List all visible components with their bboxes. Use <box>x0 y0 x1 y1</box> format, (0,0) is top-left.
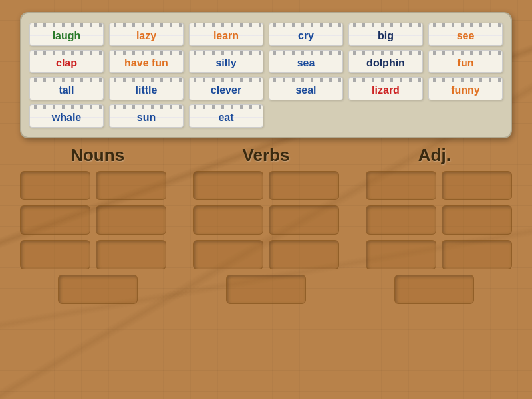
word-card-learn[interactable]: learn <box>189 23 263 46</box>
verbs-row-1 <box>193 171 339 200</box>
word-card-whale[interactable]: whale <box>29 104 104 128</box>
verbs-slot-bottom[interactable] <box>226 275 306 304</box>
adj-row-1 <box>366 171 512 200</box>
word-card-fun[interactable]: fun <box>428 50 503 73</box>
nouns-slot-1-2[interactable] <box>96 171 166 200</box>
word-card-seal[interactable]: seal <box>269 77 343 100</box>
nouns-row-1 <box>20 171 166 200</box>
last-row <box>13 275 519 304</box>
word-grid: laughlazylearncrybigseeclaphave funsilly… <box>29 23 503 128</box>
adj-title: Adj. <box>361 145 507 166</box>
word-card-sun[interactable]: sun <box>109 104 184 128</box>
verbs-title: Verbs <box>193 145 339 166</box>
verbs-slot-1-1[interactable] <box>193 171 263 200</box>
word-card-dolphin[interactable]: dolphin <box>348 50 423 73</box>
nouns-slot-2-1[interactable] <box>20 205 90 235</box>
adj-slot-1-2[interactable] <box>442 171 512 200</box>
verbs-slot-2-1[interactable] <box>193 205 263 235</box>
word-card-clap[interactable]: clap <box>29 50 104 73</box>
adj-column <box>366 171 512 269</box>
nouns-slot-3-2[interactable] <box>96 240 166 269</box>
verbs-slot-3-1[interactable] <box>193 240 263 269</box>
word-card-lazy[interactable]: lazy <box>109 23 184 46</box>
word-card-big[interactable]: big <box>348 23 423 46</box>
word-card-little[interactable]: little <box>109 77 184 100</box>
word-bank: laughlazylearncrybigseeclaphave funsilly… <box>20 12 512 138</box>
nouns-row-3 <box>20 240 166 269</box>
word-card-lizard[interactable]: lizard <box>348 77 423 100</box>
nouns-slot-3-1[interactable] <box>20 240 90 269</box>
categories-area: Nouns Verbs Adj. <box>13 145 519 304</box>
verbs-row-3 <box>193 240 339 269</box>
nouns-slot-1-1[interactable] <box>20 171 90 200</box>
nouns-slot-2-2[interactable] <box>96 205 166 235</box>
word-card-eat[interactable]: eat <box>189 104 263 128</box>
drop-zones-grid <box>13 171 519 269</box>
word-card-funny[interactable]: funny <box>428 77 503 100</box>
adj-slot-bottom[interactable] <box>394 275 474 304</box>
verbs-slot-1-2[interactable] <box>269 171 339 200</box>
verbs-row-2 <box>193 205 339 235</box>
verbs-column <box>193 171 339 269</box>
verbs-slot-2-2[interactable] <box>269 205 339 235</box>
adj-slot-2-2[interactable] <box>442 205 512 235</box>
adj-row-2 <box>366 205 512 235</box>
word-card-cry[interactable]: cry <box>269 23 343 46</box>
verbs-slot-3-2[interactable] <box>269 240 339 269</box>
word-card-silly[interactable]: silly <box>189 50 263 73</box>
word-card-have_fun[interactable]: have fun <box>109 50 184 73</box>
categories-header: Nouns Verbs Adj. <box>13 145 519 166</box>
nouns-column <box>20 171 166 269</box>
word-card-sea[interactable]: sea <box>269 50 343 73</box>
word-card-see[interactable]: see <box>428 23 503 46</box>
word-card-laugh[interactable]: laugh <box>29 23 104 46</box>
word-card-clever[interactable]: clever <box>189 77 263 100</box>
adj-slot-3-1[interactable] <box>366 240 436 269</box>
adj-slot-1-1[interactable] <box>366 171 436 200</box>
adj-slot-3-2[interactable] <box>442 240 512 269</box>
nouns-title: Nouns <box>25 145 171 166</box>
adj-row-3 <box>366 240 512 269</box>
word-card-tall[interactable]: tall <box>29 77 104 100</box>
adj-slot-2-1[interactable] <box>366 205 436 235</box>
nouns-slot-bottom[interactable] <box>58 275 138 304</box>
nouns-row-2 <box>20 205 166 235</box>
